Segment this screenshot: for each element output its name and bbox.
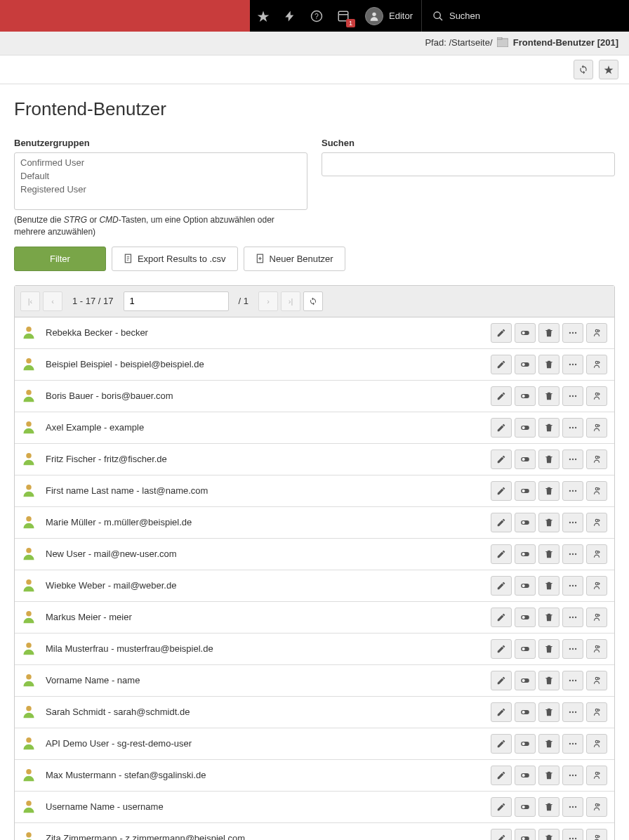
- user-label[interactable]: Vorname Name - name: [46, 675, 491, 685]
- user-menu[interactable]: Editor: [357, 0, 421, 32]
- more-button[interactable]: [562, 355, 583, 374]
- toggle-button[interactable]: [515, 355, 536, 374]
- toggle-button[interactable]: [515, 766, 536, 785]
- prev-page-button[interactable]: ‹: [43, 291, 62, 311]
- more-button[interactable]: [562, 513, 583, 532]
- user-label[interactable]: Zita Zimmermann - z.zimmermann@beispiel.…: [46, 833, 491, 840]
- more-button[interactable]: [562, 702, 583, 722]
- delete-button[interactable]: [538, 829, 560, 840]
- user-label[interactable]: Max Mustermann - stefan@sgalinski.de: [46, 770, 491, 780]
- delete-button[interactable]: [538, 766, 560, 785]
- help-icon[interactable]: ?: [303, 0, 330, 32]
- switch-user-button[interactable]: [586, 608, 607, 627]
- switch-user-button[interactable]: [586, 544, 607, 564]
- toggle-button[interactable]: [515, 544, 536, 564]
- delete-button[interactable]: [538, 355, 560, 374]
- switch-user-button[interactable]: [586, 639, 607, 659]
- groups-select[interactable]: Confirmed UserDefaultRegistered User: [14, 152, 307, 210]
- group-option[interactable]: Default: [18, 169, 304, 183]
- toggle-button[interactable]: [515, 608, 536, 627]
- user-label[interactable]: Sarah Schmidt - sarah@schmidt.de: [46, 707, 491, 717]
- user-label[interactable]: Username Name - username: [46, 801, 491, 812]
- last-page-button[interactable]: ›|: [281, 291, 300, 311]
- edit-button[interactable]: [491, 829, 512, 840]
- switch-user-button[interactable]: [586, 797, 607, 817]
- edit-button[interactable]: [491, 766, 512, 785]
- switch-user-button[interactable]: [586, 671, 607, 690]
- user-label[interactable]: Fritz Fischer - fritz@fischer.de: [46, 454, 491, 464]
- more-button[interactable]: [562, 576, 583, 596]
- more-button[interactable]: [562, 323, 583, 343]
- delete-button[interactable]: [538, 797, 560, 817]
- search-input[interactable]: [322, 152, 615, 176]
- toggle-button[interactable]: [515, 702, 536, 722]
- user-label[interactable]: API Demo User - sg-rest-demo-user: [46, 738, 491, 749]
- delete-button[interactable]: [538, 449, 560, 469]
- edit-button[interactable]: [491, 449, 512, 469]
- delete-button[interactable]: [538, 513, 560, 532]
- edit-button[interactable]: [491, 576, 512, 596]
- edit-button[interactable]: [491, 323, 512, 343]
- more-button[interactable]: [562, 829, 583, 840]
- delete-button[interactable]: [538, 608, 560, 627]
- user-label[interactable]: Boris Bauer - boris@bauer.com: [46, 391, 491, 401]
- delete-button[interactable]: [538, 544, 560, 564]
- switch-user-button[interactable]: [586, 418, 607, 438]
- switch-user-button[interactable]: [586, 449, 607, 469]
- delete-button[interactable]: [538, 418, 560, 438]
- user-label[interactable]: Beispiel Beispiel - beispiel@beispiel.de: [46, 359, 491, 369]
- edit-button[interactable]: [491, 608, 512, 627]
- bolt-icon[interactable]: [277, 0, 303, 32]
- more-button[interactable]: [562, 386, 583, 406]
- edit-button[interactable]: [491, 513, 512, 532]
- toggle-button[interactable]: [515, 797, 536, 817]
- switch-user-button[interactable]: [586, 829, 607, 840]
- edit-button[interactable]: [491, 702, 512, 722]
- user-label[interactable]: First name Last name - last@name.com: [46, 485, 491, 496]
- switch-user-button[interactable]: [586, 576, 607, 596]
- global-search[interactable]: Suchen: [421, 0, 491, 32]
- refresh-button[interactable]: [574, 60, 593, 79]
- more-button[interactable]: [562, 608, 583, 627]
- edit-button[interactable]: [491, 544, 512, 564]
- more-button[interactable]: [562, 449, 583, 469]
- switch-user-button[interactable]: [586, 355, 607, 374]
- delete-button[interactable]: [538, 639, 560, 659]
- first-page-button[interactable]: |‹: [20, 291, 40, 311]
- page-input[interactable]: [124, 291, 229, 311]
- delete-button[interactable]: [538, 702, 560, 722]
- toggle-button[interactable]: [515, 639, 536, 659]
- group-option[interactable]: Registered User: [18, 183, 304, 196]
- edit-button[interactable]: [491, 418, 512, 438]
- more-button[interactable]: [562, 481, 583, 501]
- user-label[interactable]: Mila Musterfrau - musterfrau@beispiel.de: [46, 643, 491, 654]
- user-label[interactable]: Rebekka Becker - becker: [46, 327, 491, 338]
- group-option[interactable]: Confirmed User: [18, 156, 304, 169]
- delete-button[interactable]: [538, 671, 560, 690]
- switch-user-button[interactable]: [586, 702, 607, 722]
- toggle-button[interactable]: [515, 449, 536, 469]
- user-label[interactable]: Wiebke Weber - mail@weber.de: [46, 580, 491, 591]
- delete-button[interactable]: [538, 386, 560, 406]
- more-button[interactable]: [562, 544, 583, 564]
- toggle-button[interactable]: [515, 386, 536, 406]
- user-label[interactable]: Axel Example - example: [46, 422, 491, 433]
- switch-user-button[interactable]: [586, 323, 607, 343]
- switch-user-button[interactable]: [586, 386, 607, 406]
- delete-button[interactable]: [538, 481, 560, 501]
- switch-user-button[interactable]: [586, 766, 607, 785]
- switch-user-button[interactable]: [586, 734, 607, 754]
- edit-button[interactable]: [491, 671, 512, 690]
- export-button[interactable]: Export Results to .csv: [112, 247, 238, 271]
- switch-user-button[interactable]: [586, 481, 607, 501]
- edit-button[interactable]: [491, 355, 512, 374]
- edit-button[interactable]: [491, 481, 512, 501]
- user-label[interactable]: New User - mail@new-user.com: [46, 549, 491, 559]
- toggle-button[interactable]: [515, 323, 536, 343]
- more-button[interactable]: [562, 671, 583, 690]
- user-label[interactable]: Markus Meier - meier: [46, 612, 491, 622]
- edit-button[interactable]: [491, 386, 512, 406]
- edit-button[interactable]: [491, 639, 512, 659]
- edit-button[interactable]: [491, 734, 512, 754]
- next-page-button[interactable]: ›: [258, 291, 278, 311]
